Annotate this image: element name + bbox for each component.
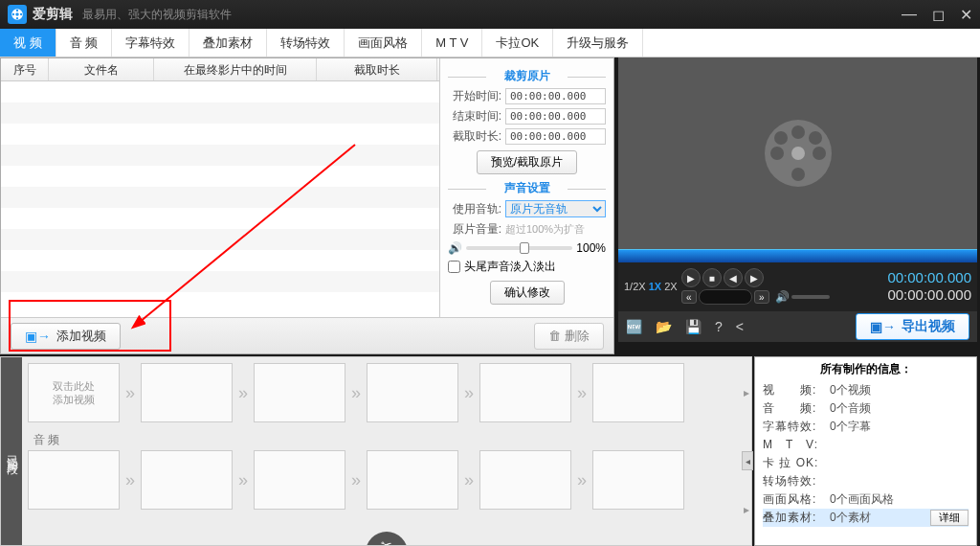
film-reel-icon [765,120,832,187]
delete-label: 删除 [565,328,590,345]
jog-back-button[interactable]: « [681,290,697,304]
svg-point-1 [15,12,19,16]
video-slot[interactable] [141,363,233,422]
timecode-total: 00:00:00.000 [887,286,971,304]
save-icon[interactable]: 💾 [685,319,702,334]
volume-icon[interactable]: 🔊 [775,290,790,304]
detail-button[interactable]: 详细 [930,510,969,526]
audio-lane-label: 音 频 [33,432,746,448]
tab-overlay[interactable]: 叠加素材 [189,29,267,57]
audio-slot[interactable] [28,450,120,510]
video-slot[interactable] [367,363,458,422]
delete-button[interactable]: 🗑 删除 [534,323,604,350]
open-icon[interactable]: 📂 [656,319,672,334]
col-filename: 文件名 [49,58,154,80]
svg-point-4 [12,13,14,15]
lane-scroll-right-icon[interactable]: ▸ [744,386,749,399]
col-finaltime: 在最终影片中的时间 [154,58,317,80]
tab-mtv[interactable]: M T V [422,29,482,57]
preview-crop-button[interactable]: 预览/截取原片 [477,150,577,174]
audio-track-select[interactable]: 原片无音轨 [505,200,606,217]
new-icon[interactable]: 🆕 [626,319,642,334]
minimize-icon[interactable]: — [902,6,917,24]
scissor-button[interactable]: ✂ [366,532,408,545]
audio-track-label: 使用音轨: [448,201,501,217]
app-tagline: 最易用、强大的视频剪辑软件 [82,7,232,23]
preview-toolbar: 🆕 📂 💾 ? < ▣→ 导出视频 [618,311,977,342]
svg-point-5 [20,13,22,15]
audio-slot[interactable] [479,450,571,510]
timeline-strip: 已添加片段 双击此处 添加视频 » » » » » 音 频 » » » » » … [0,356,752,546]
tab-karaoke[interactable]: 卡拉OK [482,29,553,57]
jog-fwd-button[interactable]: » [754,290,769,304]
volume-slider[interactable] [466,246,572,250]
add-video-button[interactable]: ▣→ 添加视频 [11,323,121,350]
lane-scroll-right-icon[interactable]: ▸ [744,503,749,516]
end-time-field[interactable]: 00:00:00.000 [505,108,606,125]
close-icon[interactable]: ✕ [960,6,972,24]
main-tabs: 视 频 音 频 字幕特效 叠加素材 转场特效 画面风格 M T V 卡拉OK 升… [0,29,980,57]
audio-slot[interactable] [254,450,345,510]
start-time-field[interactable]: 00:00:00.000 [505,88,606,104]
tab-upgrade[interactable]: 升级与服务 [553,29,643,57]
maximize-icon[interactable]: ◻ [932,6,945,24]
tab-audio[interactable]: 音 频 [56,29,113,57]
audio-slot[interactable] [592,450,684,510]
sound-group-title: 声音设置 [448,180,606,196]
audio-slot[interactable] [367,450,458,510]
svg-point-2 [16,10,18,11]
panel-collapse-icon[interactable]: ◂ [742,451,753,470]
seek-bar[interactable] [618,249,977,262]
tab-subtitle[interactable]: 字幕特效 [112,29,189,57]
fade-checkbox[interactable] [448,261,460,273]
video-slot[interactable] [479,363,571,422]
jog-wheel[interactable] [699,289,752,305]
video-preview[interactable] [618,57,977,249]
timeline-side-label: 已添加片段 [1,357,22,545]
tab-style[interactable]: 画面风格 [345,29,422,57]
confirm-edit-button[interactable]: 确认修改 [490,281,565,305]
video-slot[interactable] [592,363,684,422]
chevron-right-icon: » [125,383,135,403]
export-icon: ▣→ [870,319,896,334]
play-button[interactable]: ▶ [681,268,701,287]
end-time-label: 结束时间: [448,108,501,125]
audio-slot[interactable] [141,450,233,510]
duration-field[interactable]: 00:00:00.000 [505,128,606,145]
preview-volume-slider[interactable] [791,295,830,299]
video-lane: 双击此处 添加视频 » » » » » [28,363,746,422]
start-time-label: 开始时间: [448,88,501,104]
col-index: 序号 [1,58,49,80]
duration-label: 截取时长: [448,128,501,145]
next-frame-button[interactable]: ▶ [745,268,764,287]
tab-transition[interactable]: 转场特效 [267,29,345,57]
svg-point-3 [16,17,18,19]
speaker-icon[interactable]: 🔊 [448,241,462,255]
volume-hint: 超过100%为扩音 [505,222,606,237]
project-info-panel: ◂ 所有制作的信息： 视 频:0个视频 音 频:0个音频 字幕特效:0个字幕 M… [754,356,977,546]
edit-toolbar: ▣→ 添加视频 🗑 删除 [1,317,613,353]
timecode-current: 00:00:00.000 [887,269,971,286]
crop-panel: 裁剪原片 开始时间:00:00:00.000 结束时间:00:00:00.000… [439,58,613,317]
volume-label: 原片音量: [448,221,501,238]
info-title: 所有制作的信息： [763,361,969,377]
prev-frame-button[interactable]: ◀ [724,268,743,287]
app-name: 爱剪辑 [33,6,73,23]
volume-value: 100% [576,241,606,255]
add-video-label: 添加视频 [56,328,106,345]
edit-pane: 序号 文件名 在最终影片中的时间 截取时长 裁剪原片 开始时间:00:00:00… [0,57,614,354]
export-video-button[interactable]: ▣→ 导出视频 [856,313,969,340]
help-icon[interactable]: ? [715,319,723,334]
app-logo-icon [8,5,27,24]
export-label: 导出视频 [902,318,955,335]
col-duration: 截取时长 [317,58,437,80]
stop-button[interactable]: ■ [702,268,722,287]
share-icon[interactable]: < [736,319,744,334]
video-slot[interactable]: 双击此处 添加视频 [28,363,120,422]
crop-group-title: 裁剪原片 [448,68,606,84]
video-slot[interactable] [254,363,345,422]
audio-lane: » » » » » [28,450,746,510]
tab-video[interactable]: 视 频 [0,29,56,57]
speed-selector[interactable]: 1/2X 1X 2X [624,281,678,292]
playback-controls: 1/2X 1X 2X ▶ ■ ◀ ▶ « » 🔊 [618,249,977,311]
